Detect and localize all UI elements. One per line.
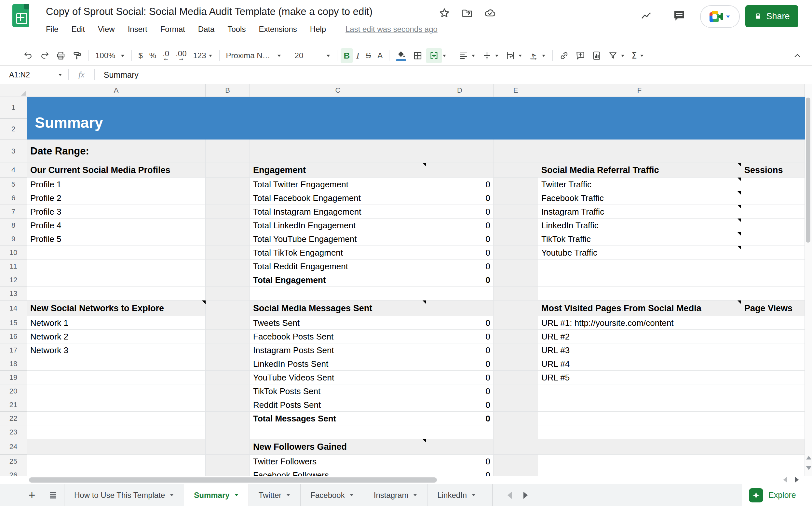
row-header-18[interactable]: 18: [0, 357, 27, 371]
hide-menus-button[interactable]: [789, 48, 806, 63]
cell-C5[interactable]: Total Twitter Engagement: [250, 178, 426, 191]
cell-C9[interactable]: Total YouTube Engagement: [250, 232, 426, 246]
row-header-24[interactable]: 24: [0, 439, 27, 454]
menu-file[interactable]: File: [46, 25, 59, 34]
move-to-folder-icon[interactable]: [461, 7, 473, 19]
functions-button[interactable]: Σ: [628, 48, 647, 63]
menu-data[interactable]: Data: [198, 25, 215, 34]
column-header-C[interactable]: C: [250, 84, 426, 97]
all-sheets-button[interactable]: [42, 484, 64, 506]
text-wrap-button[interactable]: [502, 48, 526, 63]
cell-C25[interactable]: Twitter Followers: [250, 454, 426, 468]
cell-C17[interactable]: Instagram Posts Sent: [250, 343, 426, 357]
horizontal-scrollbar[interactable]: [0, 476, 812, 484]
cell-D10[interactable]: 0: [426, 246, 493, 259]
cell-D12[interactable]: 0: [426, 273, 493, 287]
row-header-8[interactable]: 8: [0, 219, 27, 232]
cell-A15[interactable]: Network 1: [27, 316, 206, 330]
cell-D16[interactable]: 0: [426, 330, 493, 343]
cell-F5[interactable]: Twitter Traffic: [538, 178, 741, 191]
increase-decimal-button[interactable]: .00→: [172, 48, 190, 63]
cell-F18[interactable]: URL #4: [538, 357, 741, 371]
cell-C26[interactable]: Facebook Followers: [250, 468, 426, 476]
cell-C21[interactable]: Reddit Posts Sent: [250, 398, 426, 412]
cell-C12[interactable]: Total Engagement: [250, 273, 426, 287]
tab-how-to-use-this-template[interactable]: How to Use This Template: [64, 484, 184, 506]
row-header-1[interactable]: 1: [0, 97, 27, 119]
formula-input[interactable]: Summary: [104, 70, 139, 80]
insert-comment-button[interactable]: [572, 48, 588, 63]
cloud-saved-icon[interactable]: [484, 7, 496, 19]
vertical-scrollbar-thumb[interactable]: [806, 98, 810, 243]
menu-help[interactable]: Help: [310, 25, 326, 34]
menu-format[interactable]: Format: [160, 25, 185, 34]
row-header-20[interactable]: 20: [0, 385, 27, 398]
cell-F17[interactable]: URL #3: [538, 343, 741, 357]
cell-F10[interactable]: Youtube Traffic: [538, 246, 741, 259]
cell-C20[interactable]: TikTok Posts Sent: [250, 385, 426, 398]
cell-C10[interactable]: Total TikTok Engagment: [250, 246, 426, 259]
row-header-12[interactable]: 12: [0, 273, 27, 287]
cell-C6[interactable]: Total Facebook Engagement: [250, 191, 426, 205]
cell-C14[interactable]: Social Media Messages Sent: [250, 301, 426, 316]
row-header-10[interactable]: 10: [0, 246, 27, 259]
tab-menu-caret[interactable]: [413, 494, 417, 496]
row-header-13[interactable]: 13: [0, 287, 27, 301]
cell-A17[interactable]: Network 3: [27, 343, 206, 357]
menu-insert[interactable]: Insert: [128, 25, 147, 34]
scroll-down-icon[interactable]: [806, 466, 811, 470]
tab-menu-caret[interactable]: [235, 494, 238, 496]
strikethrough-button[interactable]: S: [362, 48, 374, 63]
cell-A8[interactable]: Profile 4: [27, 219, 206, 232]
cell-G14[interactable]: Page Views: [741, 301, 805, 316]
create-filter-button[interactable]: [605, 48, 628, 63]
cell-F19[interactable]: URL #5: [538, 371, 741, 385]
cell-D22[interactable]: 0: [426, 412, 493, 425]
column-header-F[interactable]: F: [538, 84, 741, 97]
format-percent-button[interactable]: %: [146, 48, 159, 63]
borders-button[interactable]: [410, 48, 426, 63]
comment-history-icon[interactable]: [673, 9, 686, 22]
row-header-2[interactable]: 2: [0, 119, 27, 140]
row-header-11[interactable]: 11: [0, 259, 27, 273]
explore-panel[interactable]: Explore: [742, 484, 812, 506]
cell-D21[interactable]: 0: [426, 398, 493, 412]
cell-F8[interactable]: LinkedIn Traffic: [538, 219, 741, 232]
cell-C19[interactable]: YouTube Videos Sent: [250, 371, 426, 385]
document-title[interactable]: Copy of Sprout Social: Social Media Audi…: [46, 6, 373, 17]
cell-F4[interactable]: Social Media Referral Traffic: [538, 163, 741, 178]
menu-edit[interactable]: Edit: [72, 25, 85, 34]
tab-menu-caret[interactable]: [287, 494, 290, 496]
insert-link-button[interactable]: [556, 48, 572, 63]
row-header-15[interactable]: 15: [0, 316, 27, 330]
row-header-21[interactable]: 21: [0, 398, 27, 412]
cell-F7[interactable]: Instagram Traffic: [538, 205, 741, 219]
cell-D15[interactable]: 0: [426, 316, 493, 330]
tab-summary[interactable]: Summary: [184, 484, 249, 506]
cell-D9[interactable]: 0: [426, 232, 493, 246]
row-header-16[interactable]: 16: [0, 330, 27, 343]
cell-C11[interactable]: Total Reddit Engagement: [250, 259, 426, 273]
row-header-5[interactable]: 5: [0, 178, 27, 191]
tab-menu-caret[interactable]: [350, 494, 353, 496]
horizontal-scrollbar-thumb[interactable]: [29, 477, 437, 483]
cell-G4[interactable]: Sessions: [741, 163, 805, 178]
sheets-logo[interactable]: [12, 4, 29, 27]
row-header-17[interactable]: 17: [0, 343, 27, 357]
cell-D20[interactable]: 0: [426, 385, 493, 398]
cell-F14[interactable]: Most Visited Pages From Social Media: [538, 301, 741, 316]
column-header-A[interactable]: A: [27, 84, 206, 97]
cell-D7[interactable]: 0: [426, 205, 493, 219]
insert-chart-button[interactable]: [588, 48, 605, 63]
tab-twitter[interactable]: Twitter: [249, 484, 301, 506]
number-format-button[interactable]: 123: [190, 48, 216, 63]
menu-tools[interactable]: Tools: [227, 25, 246, 34]
cell-A16[interactable]: Network 2: [27, 330, 206, 343]
cell-F9[interactable]: TikTok Traffic: [538, 232, 741, 246]
row-header-22[interactable]: 22: [0, 412, 27, 425]
column-header-D[interactable]: D: [426, 84, 493, 97]
row-header-14[interactable]: 14: [0, 301, 27, 316]
row-header-6[interactable]: 6: [0, 191, 27, 205]
scroll-left-icon[interactable]: [783, 477, 787, 483]
cell-A3[interactable]: Date Range:: [27, 140, 206, 163]
